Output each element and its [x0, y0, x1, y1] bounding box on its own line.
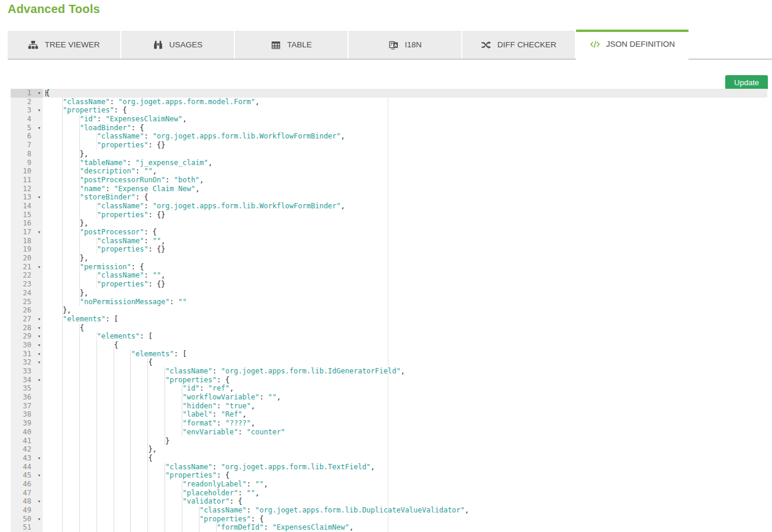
code-line-31: "elements": [ — [43, 350, 767, 359]
gutter-line-43: 43▾ — [11, 454, 43, 463]
gutter-line-34: 34▾ — [11, 376, 43, 385]
gutter-line-48: 48▾ — [11, 497, 43, 506]
code-line-8: }, — [43, 150, 767, 159]
gutter-line-32: 32▾ — [11, 358, 43, 367]
editor-code-area[interactable]: { "className": "org.joget.apps.form.mode… — [43, 89, 767, 532]
gutter-line-15: 15 — [11, 211, 43, 220]
code-line-23: "properties": {} — [43, 280, 767, 289]
tab-tree-viewer[interactable]: TREE VIEWER — [8, 31, 120, 59]
gutter-line-17: 17▾ — [11, 228, 43, 237]
fold-arrow-icon[interactable]: ▾ — [38, 358, 41, 367]
code-line-10: "description": "", — [43, 167, 767, 176]
tab-label: DIFF CHECKER — [497, 40, 557, 49]
line-number: 25 — [11, 298, 43, 307]
json-editor[interactable]: 1▾23▾45▾678910111213▾14151617▾18192021▾2… — [11, 89, 767, 532]
gutter-line-22: 22 — [11, 271, 43, 280]
line-number: 33 — [11, 367, 43, 376]
svg-text:A: A — [394, 42, 397, 47]
fold-arrow-icon[interactable]: ▾ — [38, 454, 41, 463]
gutter-line-7: 7 — [11, 141, 43, 150]
code-line-51: "formDefId": "ExpensesClaimNew", — [43, 523, 767, 532]
gutter-line-38: 38 — [11, 410, 43, 419]
tab-i18n[interactable]: AI18N — [349, 31, 461, 59]
code-line-38: "label": "Ref", — [43, 410, 767, 419]
line-number: 41 — [11, 437, 43, 446]
fold-arrow-icon[interactable]: ▾ — [38, 263, 41, 272]
fold-arrow-icon[interactable]: ▾ — [38, 106, 41, 115]
code-line-11: "postProcessorRunOn": "both", — [43, 176, 767, 185]
gutter-line-4: 4 — [11, 115, 43, 124]
gutter-line-11: 11 — [11, 176, 43, 185]
fold-arrow-icon[interactable]: ▾ — [38, 471, 41, 480]
code-line-32: { — [43, 358, 767, 367]
binoculars-icon — [153, 40, 163, 50]
update-button[interactable]: Update — [725, 75, 768, 90]
line-number: 26 — [11, 306, 43, 315]
tab-usages[interactable]: USAGES — [121, 31, 234, 59]
fold-arrow-icon[interactable]: ▾ — [38, 376, 41, 385]
line-number: 36 — [11, 393, 43, 402]
code-line-40: "envVariable": "counter" — [43, 428, 767, 437]
fold-arrow-icon[interactable]: ▾ — [38, 341, 41, 350]
line-number: 15 — [11, 211, 43, 220]
line-number: 23 — [11, 280, 43, 289]
gutter-line-41: 41 — [11, 437, 43, 446]
fold-arrow-icon[interactable]: ▾ — [38, 89, 41, 98]
code-line-42: }, — [43, 445, 767, 454]
gutter-line-45: 45▾ — [11, 471, 43, 480]
line-number: 40 — [11, 428, 43, 437]
editor-gutter: 1▾23▾45▾678910111213▾14151617▾18192021▾2… — [11, 89, 43, 532]
code-line-41: } — [43, 437, 767, 446]
gutter-line-33: 33 — [11, 367, 43, 376]
code-line-49: "className": "org.joget.apps.form.lib.Du… — [43, 506, 767, 515]
line-number: 24 — [11, 289, 43, 298]
code-line-3: "properties": { — [43, 106, 767, 115]
line-number: 7 — [11, 141, 43, 150]
line-number: 49 — [11, 506, 43, 515]
fold-arrow-icon[interactable]: ▾ — [38, 124, 41, 133]
tab-diff-checker[interactable]: DIFF CHECKER — [462, 31, 575, 59]
line-number: 8 — [11, 150, 43, 159]
fold-arrow-icon[interactable]: ▾ — [38, 332, 41, 341]
gutter-line-14: 14 — [11, 202, 43, 211]
gutter-line-19: 19 — [11, 245, 43, 254]
table-icon — [271, 40, 281, 50]
line-number: 35 — [11, 384, 43, 393]
line-number: 18 — [11, 237, 43, 246]
tab-label: I18N — [405, 40, 422, 49]
code-line-19: "properties": {} — [43, 245, 767, 254]
gutter-line-18: 18 — [11, 237, 43, 246]
line-number: 16 — [11, 219, 43, 228]
gutter-line-9: 9 — [11, 159, 43, 167]
line-number: 44 — [11, 463, 43, 472]
fold-arrow-icon[interactable]: ▾ — [38, 515, 41, 524]
code-line-27: "elements": [ — [43, 315, 767, 324]
fold-arrow-icon[interactable]: ▾ — [38, 315, 41, 324]
gutter-line-6: 6 — [11, 132, 43, 141]
fold-arrow-icon[interactable]: ▾ — [38, 324, 41, 333]
code-line-45: "properties": { — [43, 471, 767, 480]
line-number: 39 — [11, 419, 43, 428]
tab-json-definition[interactable]: JSON DEFINITION — [576, 30, 689, 65]
fold-arrow-icon[interactable]: ▾ — [38, 350, 41, 359]
code-line-13: "storeBinder": { — [43, 193, 767, 202]
line-number: 46 — [11, 480, 43, 489]
fold-arrow-icon[interactable]: ▾ — [38, 228, 41, 237]
language-icon: A — [388, 40, 399, 50]
line-number: 9 — [11, 159, 43, 167]
gutter-line-12: 12 — [11, 185, 43, 194]
code-line-47: "placeholder": "", — [43, 489, 767, 498]
gutter-line-1: 1▾ — [11, 89, 43, 98]
code-line-1: { — [43, 89, 767, 98]
tab-label: TABLE — [287, 40, 312, 49]
code-line-22: "className": "", — [43, 271, 767, 280]
fold-arrow-icon[interactable]: ▾ — [38, 193, 41, 202]
tab-bar: TREE VIEWERUSAGESTABLEAI18NDIFF CHECKERJ… — [8, 31, 689, 59]
code-line-37: "hidden": "true", — [43, 402, 767, 411]
tab-table[interactable]: TABLE — [235, 31, 348, 59]
line-number: 11 — [11, 176, 43, 185]
gutter-line-28: 28▾ — [11, 324, 43, 333]
page-title: Advanced Tools — [8, 2, 100, 16]
line-number: 12 — [11, 185, 43, 194]
fold-arrow-icon[interactable]: ▾ — [38, 497, 41, 506]
